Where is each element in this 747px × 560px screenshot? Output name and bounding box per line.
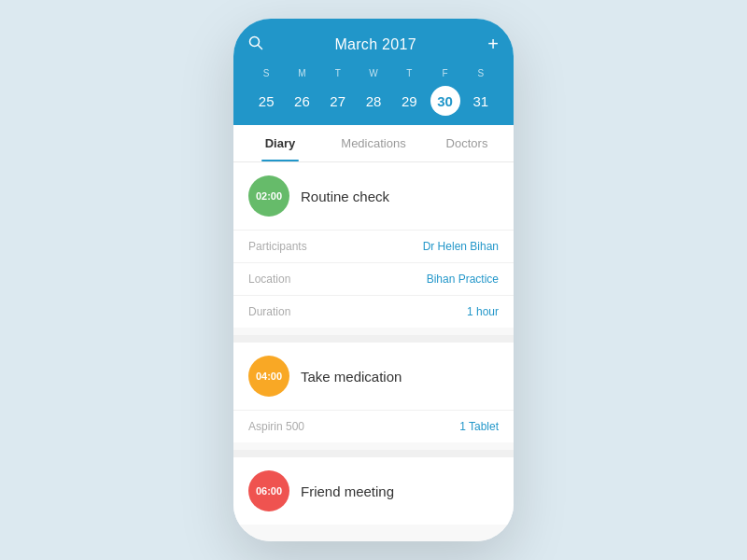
event-take-medication-header: 04:00 Take medication bbox=[233, 343, 514, 410]
event-time-badge-medication: 04:00 bbox=[248, 356, 289, 397]
calendar-date-29[interactable]: 29 bbox=[402, 90, 417, 113]
day-label-thu: T bbox=[391, 66, 427, 80]
date-28-wrapper[interactable]: 28 bbox=[356, 86, 391, 116]
date-26-wrapper[interactable]: 26 bbox=[284, 86, 319, 116]
calendar-top-bar: March 2017 + bbox=[248, 34, 499, 55]
day-label-fri: F bbox=[427, 66, 462, 80]
value-duration: 1 hour bbox=[467, 305, 499, 318]
calendar-date-28[interactable]: 28 bbox=[366, 90, 382, 113]
calendar-header: March 2017 + S M T W T F S 25 26 27 28 bbox=[233, 19, 514, 125]
date-25-wrapper[interactable]: 25 bbox=[248, 86, 284, 116]
tab-medications[interactable]: Medications bbox=[327, 125, 420, 161]
value-aspirin: 1 Tablet bbox=[459, 420, 499, 433]
label-participants: Participants bbox=[248, 240, 307, 253]
detail-duration: Duration 1 hour bbox=[233, 296, 514, 328]
calendar-date-26[interactable]: 26 bbox=[294, 90, 310, 113]
detail-participants: Participants Dr Helen Bihan bbox=[233, 231, 514, 263]
day-label-sun: S bbox=[248, 66, 284, 80]
day-label-wed: W bbox=[356, 66, 391, 80]
event-details-routine: Participants Dr Helen Bihan Location Bih… bbox=[233, 230, 514, 328]
calendar-day-labels: S M T W T F S bbox=[248, 66, 499, 80]
day-label-sat: S bbox=[463, 66, 499, 80]
detail-aspirin: Aspirin 500 1 Tablet bbox=[233, 411, 514, 442]
separator-1 bbox=[233, 335, 514, 343]
event-time-badge-routine: 02:00 bbox=[248, 175, 289, 217]
detail-location: Location Bihan Practice bbox=[233, 263, 514, 296]
add-event-icon[interactable]: + bbox=[487, 34, 499, 55]
event-take-medication: 04:00 Take medication Aspirin 500 1 Tabl… bbox=[233, 343, 514, 442]
event-friend-meeting: 06:00 Friend meeting bbox=[233, 457, 514, 525]
event-title-routine: Routine check bbox=[301, 189, 389, 204]
day-label-mon: M bbox=[284, 66, 319, 80]
tab-bar: Diary Medications Doctors bbox=[233, 125, 514, 162]
calendar-date-27[interactable]: 27 bbox=[330, 90, 345, 113]
event-title-meeting: Friend meeting bbox=[301, 483, 394, 499]
event-friend-meeting-header: 06:00 Friend meeting bbox=[233, 457, 514, 525]
calendar-month-title: March 2017 bbox=[334, 36, 416, 53]
calendar-date-30[interactable]: 30 bbox=[430, 86, 460, 116]
search-icon[interactable] bbox=[248, 35, 263, 54]
value-participants: Dr Helen Bihan bbox=[423, 240, 499, 253]
calendar-date-25[interactable]: 25 bbox=[259, 90, 275, 113]
svg-line-1 bbox=[259, 45, 262, 49]
label-location: Location bbox=[248, 273, 290, 286]
label-duration: Duration bbox=[248, 305, 290, 318]
event-title-medication: Take medication bbox=[301, 369, 402, 385]
calendar-dates-row: 25 26 27 28 29 30 31 bbox=[248, 86, 499, 125]
event-time-badge-meeting: 06:00 bbox=[248, 470, 289, 511]
tab-diary[interactable]: Diary bbox=[233, 125, 327, 161]
separator-2 bbox=[233, 450, 514, 457]
date-30-wrapper[interactable]: 30 bbox=[427, 86, 462, 116]
day-label-tue: T bbox=[320, 66, 356, 80]
event-routine-check: 02:00 Routine check Participants Dr Hele… bbox=[233, 162, 514, 328]
value-location: Bihan Practice bbox=[427, 273, 499, 286]
label-aspirin: Aspirin 500 bbox=[248, 420, 304, 433]
event-routine-check-header: 02:00 Routine check bbox=[233, 162, 514, 230]
date-27-wrapper[interactable]: 27 bbox=[320, 86, 356, 116]
event-details-medication: Aspirin 500 1 Tablet bbox=[233, 410, 514, 442]
date-31-wrapper[interactable]: 31 bbox=[463, 86, 499, 116]
content-area: 02:00 Routine check Participants Dr Hele… bbox=[233, 162, 514, 541]
phone-container: March 2017 + S M T W T F S 25 26 27 28 bbox=[233, 19, 514, 541]
date-29-wrapper[interactable]: 29 bbox=[391, 86, 427, 116]
tab-doctors[interactable]: Doctors bbox=[420, 125, 514, 161]
calendar-date-31[interactable]: 31 bbox=[473, 90, 489, 113]
